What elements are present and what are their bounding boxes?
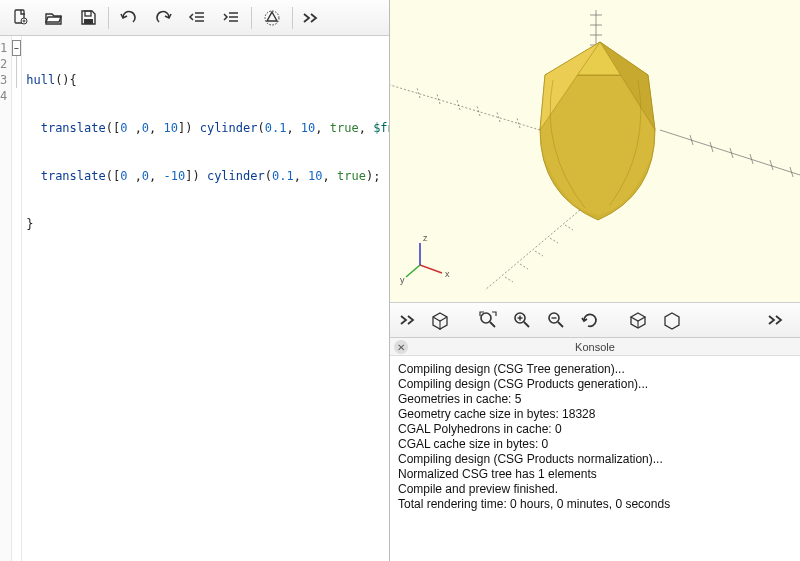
svg-line-39 (550, 238, 558, 243)
perspective-icon (662, 310, 682, 330)
fold-column: − (12, 36, 22, 561)
indent-button[interactable] (217, 4, 245, 32)
svg-point-49 (481, 313, 491, 323)
line-number: 4 (0, 88, 7, 104)
indent-icon (222, 10, 240, 25)
console-line: Geometry cache size in bytes: 18328 (398, 407, 792, 422)
svg-line-52 (524, 322, 529, 327)
new-file-button[interactable] (6, 4, 34, 32)
right-pane: x y z (390, 0, 800, 561)
svg-line-38 (565, 225, 573, 230)
save-button[interactable] (74, 4, 102, 32)
viewport-toolbar-overflow-left-button[interactable] (396, 306, 420, 334)
zoom-in-button[interactable] (508, 306, 536, 334)
svg-marker-60 (665, 313, 679, 329)
zoom-in-icon (512, 310, 532, 330)
console-line: Geometries in cache: 5 (398, 392, 792, 407)
chevron-double-right-icon (767, 314, 785, 326)
console-line: Normalized CSG tree has 1 elements (398, 467, 792, 482)
zoom-out-button[interactable] (542, 306, 570, 334)
render-button[interactable] (426, 306, 454, 334)
console-titlebar: ✕ Konsole (390, 338, 800, 356)
axis-x-label: x (445, 269, 450, 279)
console-output[interactable]: Compiling design (CSG Tree generation)..… (390, 356, 800, 561)
redo-button[interactable] (149, 4, 177, 32)
svg-line-34 (457, 100, 460, 110)
svg-line-41 (520, 264, 528, 269)
fold-toggle-icon[interactable]: − (12, 40, 21, 56)
toolbar-separator (251, 7, 252, 29)
viewport-toolbar-overflow-right-button[interactable] (764, 306, 788, 334)
chevron-double-right-icon (302, 12, 320, 24)
console-line: Compile and preview finished. (398, 482, 792, 497)
svg-line-56 (558, 322, 563, 327)
preview-icon (262, 8, 282, 28)
svg-line-42 (505, 277, 513, 282)
console-line: Compiling design (CSG Products generatio… (398, 377, 792, 392)
code-area[interactable]: hull(){ translate([0 ,0, 10]) cylinder(0… (22, 36, 389, 561)
svg-marker-13 (267, 12, 277, 21)
preview-button[interactable] (258, 4, 286, 32)
zoom-out-icon (546, 310, 566, 330)
zoom-fit-button[interactable] (474, 306, 502, 334)
svg-line-37 (485, 210, 580, 290)
svg-rect-5 (84, 19, 93, 24)
svg-line-23 (660, 130, 800, 175)
svg-line-50 (490, 322, 495, 327)
axonometric-view-button[interactable] (624, 306, 652, 334)
toolbar-separator (108, 7, 109, 29)
code-line: translate([0 ,0, -10]) cylinder(0.1, 10,… (26, 168, 389, 184)
console-title-label: Konsole (575, 341, 615, 353)
svg-line-30 (390, 85, 540, 130)
line-number: 3 (0, 72, 7, 88)
line-number: 2 (0, 56, 7, 72)
unindent-button[interactable] (183, 4, 211, 32)
console-line: CGAL Polyhedrons in cache: 0 (398, 422, 792, 437)
axonometric-icon (628, 310, 648, 330)
svg-line-28 (770, 160, 773, 170)
toolbar-separator (292, 7, 293, 29)
3d-viewport[interactable]: x y z (390, 0, 800, 302)
editor-toolbar-overflow-button[interactable] (299, 4, 323, 32)
perspective-view-button[interactable] (658, 306, 686, 334)
console-line: Compiling design (CSG Tree generation)..… (398, 362, 792, 377)
console-close-button[interactable]: ✕ (394, 340, 408, 354)
code-line: } (26, 216, 389, 232)
undo-icon (119, 10, 139, 25)
svg-line-43 (420, 265, 442, 273)
code-line: hull(){ (26, 72, 389, 88)
save-icon (80, 9, 97, 26)
console-line: Total rendering time: 0 hours, 0 minutes… (398, 497, 792, 512)
reset-view-button[interactable] (576, 306, 604, 334)
render-icon (430, 310, 450, 330)
console-panel: ✕ Konsole Compiling design (CSG Tree gen… (390, 338, 800, 561)
svg-line-26 (730, 148, 733, 158)
axis-y-label: y (400, 275, 405, 285)
open-file-icon (45, 9, 63, 26)
new-file-icon (12, 9, 29, 26)
svg-marker-58 (631, 313, 645, 321)
fold-line-icon (16, 72, 17, 88)
unindent-icon (188, 10, 206, 25)
redo-icon (153, 10, 173, 25)
svg-line-44 (406, 265, 420, 277)
code-editor[interactable]: 1 2 3 4 − hull(){ translate([0 ,0, 10]) … (0, 36, 389, 561)
editor-pane: 1 2 3 4 − hull(){ translate([0 ,0, 10]) … (0, 0, 390, 561)
line-number-gutter: 1 2 3 4 (0, 36, 12, 561)
zoom-fit-icon (478, 310, 498, 330)
3d-scene: x y z (390, 0, 800, 302)
console-line: Compiling design (CSG Products normaliza… (398, 452, 792, 467)
editor-toolbar (0, 0, 389, 36)
viewport-toolbar (390, 302, 800, 338)
console-line: CGAL cache size in bytes: 0 (398, 437, 792, 452)
open-file-button[interactable] (40, 4, 68, 32)
code-line: translate([0 ,0, 10]) cylinder(0.1, 10, … (26, 120, 389, 136)
undo-button[interactable] (115, 4, 143, 32)
axis-z-label: z (423, 233, 428, 243)
line-number: 1 (0, 40, 7, 56)
svg-line-35 (437, 94, 440, 104)
svg-line-31 (517, 118, 520, 128)
reset-view-icon (580, 311, 600, 329)
svg-line-40 (535, 251, 543, 256)
chevron-double-right-icon (399, 314, 417, 326)
